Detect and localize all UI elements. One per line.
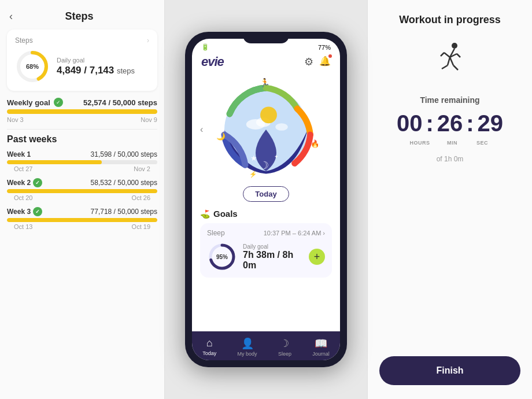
book-icon: 📖 — [315, 337, 327, 350]
of-label: of 1h 0m — [437, 155, 464, 163]
svg-text:⚡: ⚡ — [249, 171, 257, 178]
svg-text:✦: ✦ — [274, 154, 279, 160]
sleep-card-header: Sleep 10:37 PM – 6:24 AM › — [207, 229, 325, 237]
svg-line-21 — [457, 54, 460, 57]
nav-mybody[interactable]: 👤 My body — [238, 337, 257, 357]
runner-svg — [433, 40, 467, 75]
notif-dot — [328, 54, 332, 58]
nav-sleep[interactable]: ☽ Sleep — [278, 337, 291, 357]
svg-line-24 — [450, 57, 453, 65]
person-icon: 👤 — [241, 337, 254, 350]
week-1-item: Week 1 31,598 / 50,000 steps Oct 27 Nov … — [7, 150, 157, 172]
sleep-goal-value: 7h 38m / 8h 0m — [243, 250, 303, 271]
home-icon: ⌂ — [206, 337, 213, 349]
evie-logo: evie — [201, 54, 224, 69]
chevron-right-icon[interactable]: › — [323, 230, 325, 237]
weekly-progress-bar — [7, 109, 157, 114]
past-weeks-title: Past weeks — [7, 134, 157, 145]
svg-text:🌙: 🌙 — [216, 132, 226, 141]
svg-text:🏃: 🏃 — [260, 77, 270, 88]
week-2-dates: Oct 20 Oct 26 — [14, 194, 150, 201]
weekly-goal-label: Weekly goal — [7, 98, 50, 107]
week-3-name: Week 3 ✓ — [7, 207, 42, 216]
sleep-body: 95% Daily goal 7h 38m / 8h 0m + — [207, 242, 325, 272]
week-2-steps: 58,532 / 50,000 steps — [91, 179, 157, 187]
daily-goal-info: Daily goal 4,849 / 7,143 steps — [57, 57, 135, 76]
time-labels: HOURS MIN SEC — [402, 140, 497, 146]
steps-card-label: Steps — [15, 36, 33, 45]
back-button[interactable]: ‹ — [9, 10, 13, 23]
seconds-label: SEC — [467, 140, 497, 146]
seconds-display: 29 — [478, 110, 504, 136]
goals-title: Goals — [213, 209, 238, 219]
workout-panel: Workout in progress Time remaining 00 : … — [367, 0, 532, 399]
app-container: ‹ Steps Steps › 68% Daily goal — [0, 0, 532, 399]
svg-line-18 — [444, 53, 450, 57]
week-1-progress — [7, 160, 157, 164]
nav-mybody-label: My body — [238, 351, 257, 357]
workout-title: Workout in progress — [399, 14, 501, 26]
steps-body: 68% Daily goal 4,849 / 7,143 steps — [15, 49, 149, 84]
week-2-name: Week 2 ✓ — [7, 178, 42, 187]
sleep-goal-label: Daily goal — [243, 243, 303, 250]
sleep-pct: 95% — [216, 254, 228, 260]
daily-goal-value: 4,849 / 7,143 steps — [57, 65, 135, 76]
svg-point-9 — [260, 106, 277, 123]
finish-button[interactable]: Finish — [379, 356, 520, 385]
runner-icon — [433, 40, 467, 82]
hours-display: 00 — [397, 110, 423, 136]
steps-panel: ‹ Steps Steps › 68% Daily goal — [0, 0, 165, 399]
weekly-goal-value: 52,574 / 50,000 steps — [83, 98, 157, 107]
daily-goal-label: Daily goal — [57, 57, 135, 64]
nav-today[interactable]: ⌂ Today — [202, 337, 216, 357]
week-1-row: Week 1 31,598 / 50,000 steps — [7, 150, 157, 158]
hours-label: HOURS — [402, 140, 437, 146]
flag-icon: ⛳ — [200, 209, 210, 219]
svg-text:★: ★ — [250, 154, 257, 162]
today-button[interactable]: Today — [243, 186, 289, 202]
steps-card-header: Steps › — [15, 36, 149, 45]
minutes-label: MIN — [437, 140, 467, 146]
svg-point-8 — [275, 123, 288, 131]
phone-screen: 🔋 77% evie ⚙ 🔔 ‹ — [192, 39, 340, 360]
week-3-check-icon: ✓ — [33, 207, 42, 216]
daily-pct: 68% — [26, 63, 39, 70]
week-1-dates: Oct 27 Nov 2 — [14, 165, 150, 172]
svg-point-16 — [452, 43, 457, 49]
date-start: Nov 3 — [7, 116, 24, 123]
svg-line-22 — [448, 57, 450, 65]
nav-today-label: Today — [202, 350, 216, 356]
week-2-item: Week 2 ✓ 58,532 / 50,000 steps Oct 20 Oc… — [7, 178, 157, 201]
steps-header: ‹ Steps — [0, 0, 164, 29]
battery-icon: 🔋 — [201, 43, 209, 51]
week-1-name: Week 1 — [7, 150, 31, 158]
notifications-icon[interactable]: 🔔 — [319, 56, 331, 68]
add-sleep-button[interactable]: + — [309, 249, 325, 265]
date-end: Nov 9 — [141, 116, 157, 123]
battery-pct: 77% — [318, 44, 331, 51]
circle-viz: ‹ ★ ✦ ☽ — [192, 73, 340, 184]
svg-text:🔥: 🔥 — [311, 139, 318, 149]
settings-icon[interactable]: ⚙ — [304, 56, 313, 68]
week-1-steps: 31,598 / 50,000 steps — [91, 150, 157, 158]
daily-donut: 68% — [15, 49, 50, 84]
chevron-right-icon[interactable]: › — [147, 36, 149, 45]
sleep-label: Sleep — [207, 229, 225, 237]
weekly-check-icon: ✓ — [54, 98, 63, 107]
day-night-circle: ★ ✦ ☽ — [214, 77, 318, 182]
colon-2: : — [466, 110, 474, 136]
sleep-donut: 95% — [207, 242, 237, 272]
week-2-check-icon: ✓ — [33, 178, 42, 187]
prev-arrow[interactable]: ‹ — [200, 124, 203, 135]
daily-goal-unit: steps — [117, 66, 135, 75]
weekly-progress-fill — [7, 109, 157, 114]
today-btn-wrap: Today — [192, 186, 340, 202]
sleep-time: 10:37 PM – 6:24 AM › — [264, 230, 325, 237]
week-3-progress — [7, 218, 157, 222]
nav-journal[interactable]: 📖 Journal — [312, 337, 330, 357]
center-panel: 🔋 77% evie ⚙ 🔔 ‹ — [165, 0, 367, 399]
week-2-row: Week 2 ✓ 58,532 / 50,000 steps — [7, 178, 157, 187]
week-3-steps: 77,718 / 50,000 steps — [91, 208, 157, 216]
week-3-row: Week 3 ✓ 77,718 / 50,000 steps — [7, 207, 157, 216]
minutes-display: 26 — [437, 110, 463, 136]
